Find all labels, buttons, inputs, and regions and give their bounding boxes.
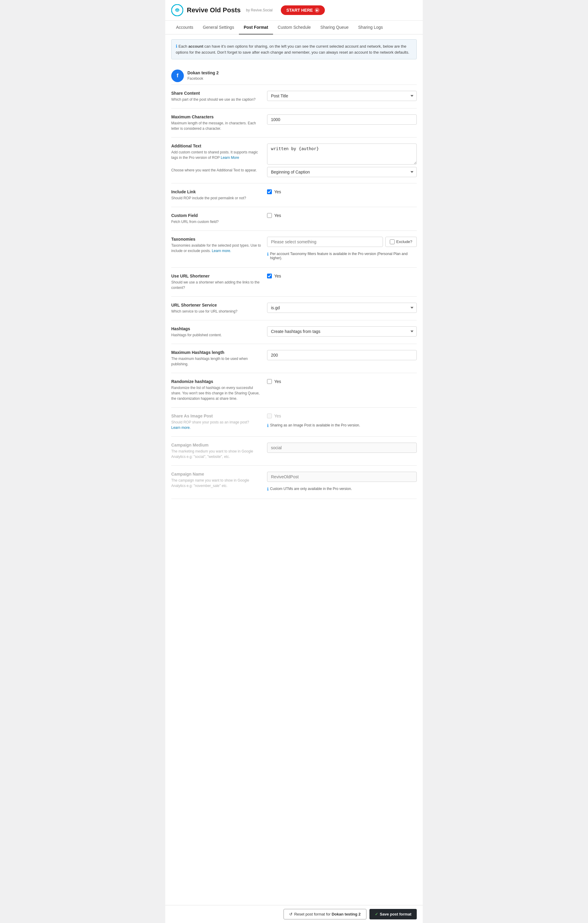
tab-accounts[interactable]: Accounts (171, 21, 198, 34)
tab-post-format[interactable]: Post Format (239, 21, 273, 34)
checkbox-include-link[interactable] (267, 189, 272, 194)
settings-right-share-image: Yes ℹ Sharing as an Image Post is availa… (267, 414, 417, 429)
input-campaign-name[interactable] (267, 472, 417, 482)
select-additional-text-position[interactable]: Beginning of Caption End of Caption (267, 167, 417, 177)
header: Revive Old Posts by Revive.Social START … (165, 0, 423, 21)
desc-share-image: Should ROP share your posts as an image … (171, 420, 261, 430)
settings-right-share-content: Post Title Post Excerpt Post Content Cus… (267, 91, 417, 101)
settings-right-url-service: is.gd bit.ly ow.ly (267, 303, 417, 313)
select-share-content[interactable]: Post Title Post Excerpt Post Content Cus… (267, 91, 417, 101)
brand-name: Revive Old Posts (187, 6, 241, 14)
label-custom-field: Custom Field (171, 213, 261, 218)
desc-share-content: Which part of the post should we use as … (171, 97, 261, 102)
row-taxonomies: Taxonomies Taxonomies available for the … (171, 231, 417, 268)
info-icon-campaign-name: ℹ (267, 487, 269, 491)
checkbox-share-image[interactable] (267, 414, 272, 418)
checkbox-label-randomize-hashtags[interactable]: Yes (274, 379, 281, 384)
exclude-label: Exclude? (396, 240, 412, 244)
tab-general-settings[interactable]: General Settings (198, 21, 239, 34)
info-banner: ℹ Each account can have it's own options… (171, 39, 417, 59)
exclude-button[interactable]: Exclude? (385, 237, 417, 247)
taxonomy-controls: Exclude? (267, 237, 417, 247)
checkbox-label-url-shortener[interactable]: Yes (274, 274, 281, 278)
nav-tabs: Accounts General Settings Post Format Cu… (165, 21, 423, 34)
settings-right-max-hashtags (267, 350, 417, 360)
label-share-content: Share Content (171, 91, 261, 95)
desc-max-hashtags: The maximum hashtags length to be used w… (171, 356, 261, 367)
textarea-additional-text[interactable]: written by {author} (267, 143, 417, 164)
row-url-shortener: Use URL Shortener Should we use a shorte… (171, 268, 417, 297)
checkbox-url-shortener[interactable] (267, 274, 272, 278)
settings-left-campaign-medium: Campaign Medium The marketing medium you… (171, 443, 261, 460)
row-custom-field: Custom Field Fetch URL from custom field… (171, 207, 417, 231)
start-here-button[interactable]: START HERE (281, 5, 324, 15)
label-max-hashtags: Maximum Hashtags length (171, 350, 261, 355)
tab-custom-schedule[interactable]: Custom Schedule (273, 21, 316, 34)
checkbox-randomize-hashtags[interactable] (267, 379, 272, 384)
desc-url-shortener: Should we use a shortener when adding th… (171, 279, 261, 291)
desc-additional-text-position: Choose where you want the Additional Tex… (171, 168, 261, 173)
label-additional-text: Additional Text (171, 143, 261, 148)
brand-by: by Revive.Social (246, 8, 273, 12)
exclude-checkbox[interactable] (390, 240, 395, 244)
settings-left-max-chars: Maximum Characters Maximum length of the… (171, 115, 261, 131)
settings-left-max-hashtags: Maximum Hashtags length The maximum hash… (171, 350, 261, 367)
desc-url-service: Which service to use for URL shortening? (171, 309, 261, 314)
avatar: f (171, 69, 184, 82)
select-hashtags[interactable]: No hashtags Create hashtags from tags Cr… (267, 326, 417, 337)
checkbox-row-url-shortener: Yes (267, 274, 417, 278)
label-randomize-hashtags: Randomize hashtags (171, 379, 261, 384)
pro-notice-campaign-name: ℹ Custom UTMs are only available in the … (267, 484, 417, 493)
desc-randomize-hashtags: Randomize the list of hashtags on every … (171, 385, 261, 401)
play-icon (314, 8, 319, 13)
settings-right-custom-field: Yes (267, 213, 417, 218)
info-icon-taxonomies: ℹ (267, 252, 269, 256)
row-include-link: Include Link Should ROP include the post… (171, 183, 417, 207)
row-max-characters: Maximum Characters Maximum length of the… (171, 108, 417, 138)
checkbox-row-custom-field: Yes (267, 213, 417, 218)
desc-campaign-medium: The marketing medium you want to show in… (171, 448, 261, 460)
desc-include-link: Should ROP include the post permalink or… (171, 195, 261, 201)
row-campaign-name: Campaign Name The campaign name you want… (171, 466, 417, 499)
label-url-shortener: Use URL Shortener (171, 274, 261, 278)
settings-right-campaign-name: ℹ Custom UTMs are only available in the … (267, 472, 417, 493)
tab-sharing-logs[interactable]: Sharing Logs (353, 21, 388, 34)
settings-right-url-shortener: Yes (267, 274, 417, 278)
pro-notice-share-image: ℹ Sharing as an Image Post is available … (267, 421, 417, 429)
row-hashtags: Hashtags Hashtags for published content.… (171, 320, 417, 344)
settings-left-custom-field: Custom Field Fetch URL from custom field… (171, 213, 261, 225)
learn-more-link-share-image[interactable]: Learn more. (171, 425, 191, 430)
label-max-chars: Maximum Characters (171, 115, 261, 119)
tab-sharing-queue[interactable]: Sharing Queue (316, 21, 353, 34)
settings-left-share-content: Share Content Which part of the post sho… (171, 91, 261, 102)
input-max-characters[interactable] (267, 115, 417, 125)
checkbox-label-include-link[interactable]: Yes (274, 189, 281, 194)
row-campaign-medium: Campaign Medium The marketing medium you… (171, 437, 417, 466)
input-campaign-medium[interactable] (267, 443, 417, 453)
row-share-as-image: Share As Image Post Should ROP share you… (171, 407, 417, 437)
learn-more-link-additional-text[interactable]: Learn More (221, 156, 239, 160)
checkbox-label-custom-field[interactable]: Yes (274, 213, 281, 218)
desc-custom-field: Fetch URL from custom field? (171, 219, 261, 225)
settings-left-url-service: URL Shortener Service Which service to u… (171, 303, 261, 314)
reset-button[interactable]: ↺ Reset post format for Dokan testing 2 (283, 909, 367, 920)
taxonomy-input[interactable] (267, 237, 383, 247)
info-text-before: Each (179, 44, 188, 49)
label-url-service: URL Shortener Service (171, 303, 261, 307)
label-campaign-medium: Campaign Medium (171, 443, 261, 447)
settings-left-randomize-hashtags: Randomize hashtags Randomize the list of… (171, 379, 261, 401)
learn-more-link-taxonomies[interactable]: Learn more. (212, 249, 231, 253)
settings-left-taxonomies: Taxonomies Taxonomies available for the … (171, 237, 261, 253)
input-max-hashtags[interactable] (267, 350, 417, 360)
checkbox-row-share-image: Yes (267, 414, 417, 418)
desc-max-chars: Maximum length of the message, in charac… (171, 120, 261, 131)
info-bold: account (188, 44, 203, 49)
save-button[interactable]: ✓ Save post format (369, 909, 417, 920)
pro-notice-taxonomies: ℹ Per account Taxonomy filters feature i… (267, 249, 417, 261)
settings-right-max-chars (267, 115, 417, 125)
label-hashtags: Hashtags (171, 326, 261, 331)
settings-right-include-link: Yes (267, 189, 417, 194)
save-label: Save post format (380, 912, 411, 916)
select-url-shortener-service[interactable]: is.gd bit.ly ow.ly (267, 303, 417, 313)
checkbox-custom-field[interactable] (267, 213, 272, 218)
